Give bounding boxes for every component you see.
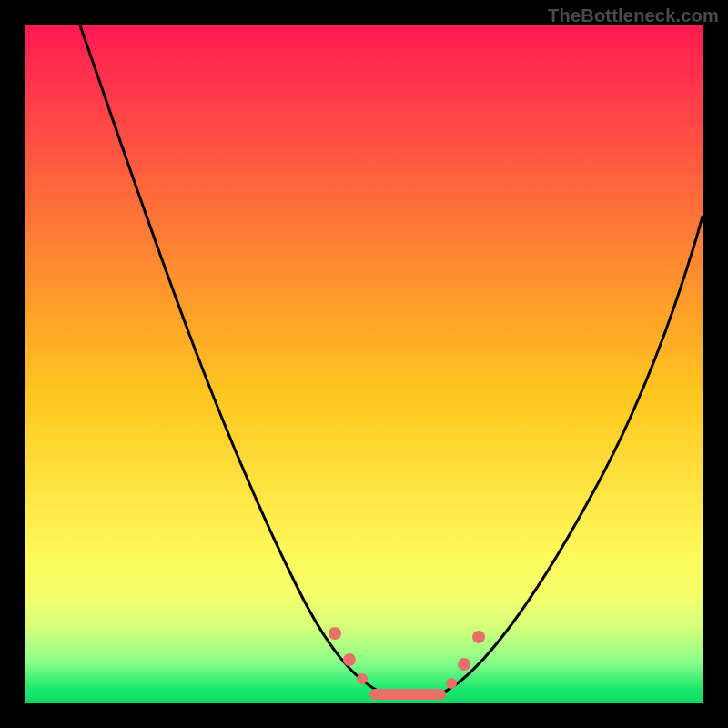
bottleneck-curve (25, 25, 703, 703)
chart-frame: TheBottleneck.com (0, 0, 728, 728)
curve-marker (357, 673, 368, 684)
curve-marker (343, 653, 356, 666)
curve-marker (472, 631, 485, 643)
watermark-text: TheBottleneck.com (548, 5, 719, 26)
curve-marker (458, 658, 470, 671)
curve-flat-region (369, 689, 446, 700)
curve-marker (446, 678, 457, 689)
curve-marker (329, 627, 341, 640)
plot-area (25, 25, 703, 703)
